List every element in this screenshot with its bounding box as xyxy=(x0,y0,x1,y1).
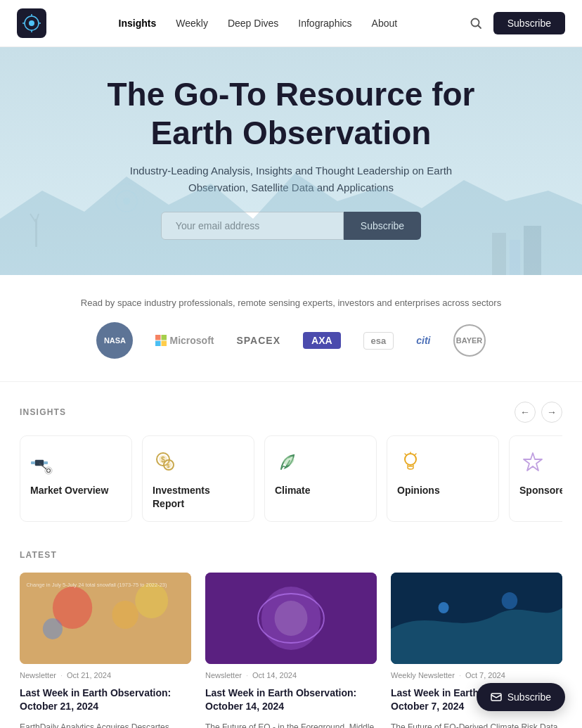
article-date-2: Oct 14, 2024 xyxy=(252,671,297,679)
climate-label: Climate xyxy=(275,484,311,497)
nav-about[interactable]: About xyxy=(372,18,398,29)
star-icon xyxy=(520,449,545,475)
market-overview-label: Market Overview xyxy=(30,484,108,497)
insight-card-opinions[interactable]: Opinions xyxy=(387,435,499,521)
envelope-icon xyxy=(491,691,502,703)
svg-point-46 xyxy=(135,583,168,618)
microsoft-logo-icon xyxy=(155,335,167,346)
article-desc-1: EarthDaily Analytics Acquires Descartes … xyxy=(20,721,191,728)
article-meta-1: Newsletter · Oct 21, 2024 xyxy=(20,671,191,679)
sponsored-label: Sponsored xyxy=(519,484,562,497)
svg-point-18 xyxy=(123,198,130,205)
article-tag-2: Newsletter xyxy=(205,671,242,679)
article-date-3: Oct 7, 2024 xyxy=(465,671,505,679)
lightbulb-icon xyxy=(398,449,423,475)
insights-cards-row: Market Overview $ $ Investments Report xyxy=(20,435,562,521)
satellite-icon xyxy=(31,449,56,475)
svg-rect-21 xyxy=(155,341,161,347)
svg-point-45 xyxy=(43,618,63,639)
latest-section-title: LATEST xyxy=(20,550,562,560)
nav-insights[interactable]: Insights xyxy=(119,18,157,29)
svg-rect-67 xyxy=(491,694,501,701)
nav-subscribe-button[interactable]: Subscribe xyxy=(493,12,565,34)
search-button[interactable] xyxy=(470,17,482,30)
insight-card-market-overview[interactable]: Market Overview xyxy=(20,435,132,521)
logo-citi: citi xyxy=(416,335,430,346)
svg-rect-13 xyxy=(492,233,506,275)
svg-point-1 xyxy=(29,20,34,26)
nav-deep-dives[interactable]: Deep Dives xyxy=(228,18,278,29)
svg-point-54 xyxy=(502,592,518,609)
market-overview-icon xyxy=(30,449,57,475)
svg-rect-25 xyxy=(44,461,48,464)
article-meta-2: Newsletter · Oct 14, 2024 xyxy=(205,671,377,679)
svg-text:$: $ xyxy=(167,463,170,469)
article-desc-3: The Future of EO-Derived Climate Risk Da… xyxy=(391,721,562,728)
svg-line-7 xyxy=(478,26,481,29)
hero-title: The Go-To Resource forEarth Observation xyxy=(107,75,474,153)
article-meta-3: Weekly Newsletter · Oct 7, 2024 xyxy=(391,671,562,679)
insights-prev-button[interactable]: ← xyxy=(515,402,536,423)
svg-text:Change in July 5-July 24 total: Change in July 5-July 24 total snowfall … xyxy=(26,582,167,588)
svg-point-44 xyxy=(112,601,138,629)
logos-section: Read by space industry professionals, re… xyxy=(0,275,582,382)
svg-point-27 xyxy=(47,469,51,473)
logo[interactable] xyxy=(17,8,46,38)
logo-spacex: SPACEX xyxy=(236,335,280,346)
article-thumb-image-3 xyxy=(391,573,562,664)
svg-marker-41 xyxy=(524,453,542,471)
insights-next-button[interactable]: → xyxy=(541,402,562,423)
leaf-icon xyxy=(276,449,301,475)
logo-nasa: NASA xyxy=(96,322,133,359)
svg-rect-15 xyxy=(524,226,541,275)
opinions-label: Opinions xyxy=(397,484,440,497)
nav-links: Insights Weekly Deep Dives Infographics … xyxy=(119,18,398,29)
svg-rect-20 xyxy=(162,335,167,340)
logo-esa: esa xyxy=(363,332,394,350)
hero-section: The Go-To Resource forEarth Observation … xyxy=(0,47,582,275)
article-card-1[interactable]: Change in July 5-July 24 total snowfall … xyxy=(20,573,191,728)
logo-microsoft: Microsoft xyxy=(155,335,214,346)
article-thumb-1: Change in July 5-July 24 total snowfall … xyxy=(20,573,191,664)
svg-rect-24 xyxy=(31,461,35,464)
insight-card-sponsored[interactable]: Sponsored xyxy=(509,435,562,521)
search-icon xyxy=(470,17,482,30)
logo-box xyxy=(17,8,46,38)
article-title-1: Last Week in Earth Observation: October … xyxy=(20,687,191,714)
svg-rect-23 xyxy=(35,460,44,466)
article-tag-1: Newsletter xyxy=(20,671,56,679)
article-thumb-2 xyxy=(205,573,377,664)
coins-icon: $ $ xyxy=(153,449,179,475)
subscribe-float-label: Subscribe xyxy=(507,691,551,703)
opinions-icon xyxy=(397,449,424,475)
insights-header: INSIGHTS ← → xyxy=(20,402,562,423)
article-thumb-3 xyxy=(391,573,562,664)
svg-point-53 xyxy=(439,602,449,613)
nav-weekly[interactable]: Weekly xyxy=(176,18,208,29)
svg-line-39 xyxy=(415,454,416,455)
article-card-2[interactable]: Newsletter · Oct 14, 2024 Last Week in E… xyxy=(205,573,377,728)
svg-point-28 xyxy=(45,467,52,474)
insight-card-climate[interactable]: Climate xyxy=(264,435,377,521)
svg-rect-19 xyxy=(155,335,161,340)
svg-point-50 xyxy=(275,601,308,636)
subscribe-float-button[interactable]: Subscribe xyxy=(477,683,565,711)
logo-axa: AXA xyxy=(303,332,341,349)
nav-infographics[interactable]: Infographics xyxy=(298,18,351,29)
article-date-1: Oct 21, 2024 xyxy=(67,671,111,679)
logos-row: NASA Microsoft SPACEX AXA esa citi xyxy=(28,322,554,359)
svg-rect-14 xyxy=(510,240,520,275)
insights-section-title: INSIGHTS xyxy=(20,407,66,417)
investments-report-label: Investments Report xyxy=(153,484,244,509)
article-thumb-image-2 xyxy=(205,573,377,664)
hero-illustration xyxy=(0,162,582,275)
svg-point-6 xyxy=(471,19,479,27)
sponsored-icon xyxy=(519,449,546,475)
climate-icon xyxy=(275,449,302,475)
logo-bayer: BAYER xyxy=(453,324,486,357)
investments-icon: $ $ xyxy=(153,449,179,475)
insights-section: INSIGHTS ← → Market Overview xyxy=(0,382,582,532)
logos-description: Read by space industry professionals, re… xyxy=(28,298,554,308)
insight-card-investments[interactable]: $ $ Investments Report xyxy=(142,435,254,521)
article-title-2: Last Week in Earth Observation: October … xyxy=(205,687,377,714)
